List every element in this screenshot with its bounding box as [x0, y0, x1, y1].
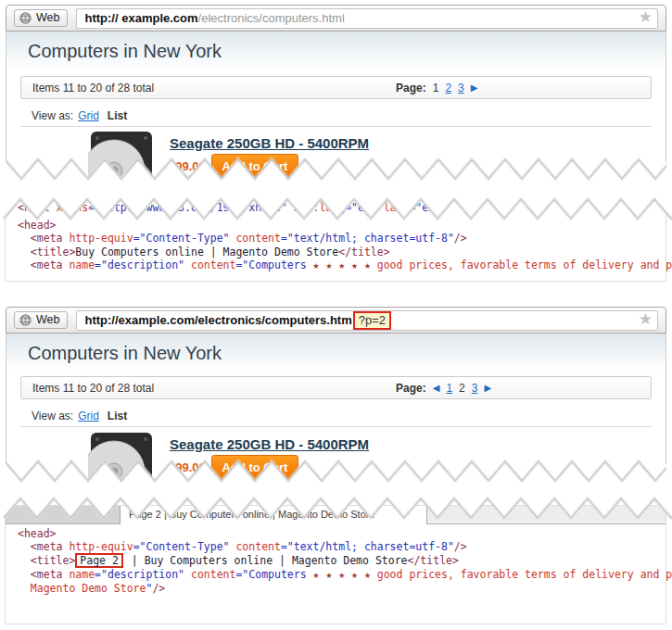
view-as-grid-link[interactable]: Grid	[78, 109, 99, 122]
add-to-cart-button[interactable]: Add to Cart	[211, 455, 298, 480]
view-as-bar: View as: Grid List	[20, 405, 652, 427]
browser-chrome: Web http://example.com/electronics/compu…	[6, 307, 666, 334]
product-name-link[interactable]: Seagate 250GB HD - 5400RPM	[170, 135, 369, 151]
globe-icon	[19, 314, 32, 326]
page-3-link[interactable]: 3	[472, 382, 478, 395]
product-name-link[interactable]: Seagate 250GB HD - 5400RPM	[170, 436, 369, 452]
url-domain: http:// example.com	[84, 11, 197, 25]
page-1-link[interactable]: 1	[446, 382, 452, 395]
pager-label: Page:	[396, 82, 426, 94]
items-count-text: Items 11 to 20 of 28 total	[32, 382, 154, 395]
pagination: Page: ◀ 1 2 3 ▶	[396, 382, 491, 395]
html-source-code: <head> <meta http-equiv="Content-Type" c…	[6, 524, 666, 595]
view-as-bar: View as: Grid List	[20, 105, 652, 127]
next-page-arrow-icon[interactable]: ▶	[471, 82, 478, 93]
bookmark-star-icon[interactable]: ★	[639, 8, 653, 27]
view-as-list-current: List	[108, 410, 127, 422]
view-as-label: View as:	[32, 410, 73, 422]
address-bar[interactable]: http://example.com/electronics/computers…	[76, 310, 658, 331]
source-code-block-2: Page 2 | Buy Computers online | Magento …	[5, 505, 666, 624]
web-tab-label: Web	[36, 11, 59, 24]
page-2-link[interactable]: 2	[445, 82, 451, 94]
source-code-block-1: <html xmlns="http://www.w3.org/1999/xhtm…	[5, 197, 666, 282]
product-image[interactable]	[88, 431, 155, 492]
tab-bar-filler-left	[6, 506, 120, 524]
pagination: Page: 1 2 3 ▶	[396, 82, 477, 94]
url-query-highlight: ?p=2	[353, 311, 391, 330]
browser-tab-title[interactable]: Page 2 | Buy Computers online | Magento …	[120, 506, 427, 524]
page-title: Computers in New York	[6, 32, 666, 62]
url-full: http://example.com/electronics/computers…	[84, 313, 351, 327]
bookmark-star-icon[interactable]: ★	[639, 310, 653, 329]
page-3-link[interactable]: 3	[458, 82, 464, 94]
pager-toolbar: Items 11 to 20 of 28 total Page: ◀ 1 2 3…	[20, 376, 652, 399]
web-tab-button[interactable]: Web	[14, 9, 68, 27]
address-bar[interactable]: http:// example.com/electronics/computer…	[76, 8, 658, 29]
prev-page-arrow-icon[interactable]: ◀	[433, 383, 440, 393]
web-tab-label: Web	[36, 313, 59, 326]
page-content: Computers in New York Items 11 to 20 of …	[6, 32, 666, 190]
pager-toolbar: Items 11 to 20 of 28 total Page: 1 2 3 ▶	[20, 76, 652, 99]
items-count-text: Items 11 to 20 of 28 total	[32, 82, 154, 94]
page-1-current: 1	[433, 82, 439, 94]
view-as-grid-link[interactable]: Grid	[78, 410, 99, 422]
view-as-label: View as:	[32, 109, 73, 122]
url-path: /electronics/computers.html	[198, 11, 345, 25]
category-header-band: Computers in New York	[6, 334, 666, 372]
browser-window-2: Web http://example.com/electronics/compu…	[6, 307, 666, 334]
page-title: Computers in New York	[6, 334, 666, 364]
page-content: Computers in New York Items 11 to 20 of …	[6, 334, 666, 492]
browser-tab-bar: Page 2 | Buy Computers online | Magento …	[6, 506, 666, 524]
web-tab-button[interactable]: Web	[14, 311, 68, 329]
browser-window-1: Web http:// example.com/electronics/comp…	[6, 5, 666, 32]
view-as-list-current: List	[108, 109, 127, 122]
pager-label: Page:	[396, 382, 426, 395]
tab-bar-filler-right	[427, 506, 666, 524]
product-price: $99.00	[169, 460, 206, 474]
category-header-band: Computers in New York	[6, 32, 666, 69]
product-image[interactable]	[88, 130, 155, 190]
globe-icon	[19, 12, 32, 24]
product-price: $99.00	[169, 159, 206, 173]
browser-chrome: Web http:// example.com/electronics/comp…	[6, 5, 666, 32]
next-page-arrow-icon[interactable]: ▶	[484, 383, 491, 393]
add-to-cart-button[interactable]: Add to Cart	[211, 154, 298, 179]
page-2-current: 2	[459, 382, 465, 395]
html-source-code: <html xmlns="http://www.w3.org/1999/xhtm…	[6, 198, 666, 271]
